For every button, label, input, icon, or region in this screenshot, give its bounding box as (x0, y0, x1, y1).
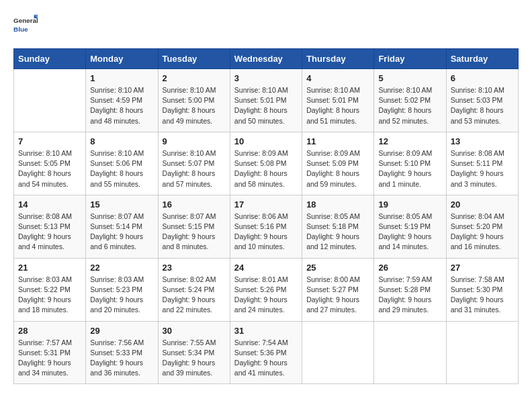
day-info: Sunrise: 8:06 AMSunset: 5:16 PMDaylight:… (234, 212, 298, 253)
calendar-cell: 15Sunrise: 8:07 AMSunset: 5:14 PMDayligh… (86, 195, 158, 258)
weekday-header-tuesday: Tuesday (158, 49, 230, 69)
day-number: 15 (90, 199, 153, 210)
day-info: Sunrise: 8:10 AMSunset: 5:07 PMDaylight:… (163, 148, 226, 189)
calendar-cell: 6Sunrise: 8:10 AMSunset: 5:03 PMDaylight… (446, 69, 518, 132)
day-number: 5 (378, 73, 441, 83)
week-row-3: 14Sunrise: 8:08 AMSunset: 5:13 PMDayligh… (14, 195, 519, 258)
calendar-cell: 2Sunrise: 8:10 AMSunset: 5:00 PMDaylight… (158, 69, 230, 132)
weekday-header-row: SundayMondayTuesdayWednesdayThursdayFrid… (14, 49, 519, 69)
day-number: 19 (378, 199, 441, 210)
calendar-cell: 19Sunrise: 8:05 AMSunset: 5:19 PMDayligh… (374, 195, 446, 258)
calendar-cell: 17Sunrise: 8:06 AMSunset: 5:16 PMDayligh… (230, 195, 302, 258)
day-number: 30 (163, 326, 226, 336)
day-info: Sunrise: 7:58 AMSunset: 5:30 PMDaylight:… (451, 275, 514, 316)
day-info: Sunrise: 8:09 AMSunset: 5:08 PMDaylight:… (234, 148, 298, 189)
calendar-cell: 8Sunrise: 8:10 AMSunset: 5:06 PMDaylight… (86, 132, 158, 195)
day-info: Sunrise: 8:05 AMSunset: 5:19 PMDaylight:… (378, 212, 441, 253)
day-number: 4 (306, 73, 369, 83)
day-number: 24 (234, 263, 298, 273)
weekday-header-saturday: Saturday (446, 49, 518, 69)
day-info: Sunrise: 8:03 AMSunset: 5:22 PMDaylight:… (18, 275, 81, 316)
calendar-cell: 12Sunrise: 8:09 AMSunset: 5:10 PMDayligh… (374, 132, 446, 195)
calendar-cell: 11Sunrise: 8:09 AMSunset: 5:09 PMDayligh… (302, 132, 374, 195)
day-number: 26 (378, 263, 441, 273)
week-row-2: 7Sunrise: 8:10 AMSunset: 5:05 PMDaylight… (14, 132, 519, 195)
calendar-cell: 18Sunrise: 8:05 AMSunset: 5:18 PMDayligh… (302, 195, 374, 258)
day-number: 22 (90, 263, 153, 273)
calendar-cell: 24Sunrise: 8:01 AMSunset: 5:26 PMDayligh… (230, 258, 302, 321)
calendar-cell: 30Sunrise: 7:55 AMSunset: 5:34 PMDayligh… (158, 321, 230, 384)
day-info: Sunrise: 8:10 AMSunset: 5:03 PMDaylight:… (451, 85, 514, 126)
week-row-1: 1Sunrise: 8:10 AMSunset: 4:59 PMDaylight… (14, 69, 519, 132)
day-number: 23 (163, 263, 226, 273)
day-number: 25 (306, 263, 369, 273)
day-number: 31 (234, 326, 298, 336)
calendar-cell: 31Sunrise: 7:54 AMSunset: 5:36 PMDayligh… (230, 321, 302, 384)
svg-text:Blue: Blue (13, 26, 28, 33)
week-row-4: 21Sunrise: 8:03 AMSunset: 5:22 PMDayligh… (14, 258, 519, 321)
day-info: Sunrise: 8:04 AMSunset: 5:20 PMDaylight:… (451, 212, 514, 253)
calendar-cell: 23Sunrise: 8:02 AMSunset: 5:24 PMDayligh… (158, 258, 230, 321)
day-info: Sunrise: 8:10 AMSunset: 5:02 PMDaylight:… (378, 85, 441, 126)
day-number: 18 (306, 199, 369, 210)
day-info: Sunrise: 8:01 AMSunset: 5:26 PMDaylight:… (234, 275, 298, 316)
calendar-table: SundayMondayTuesdayWednesdayThursdayFrid… (13, 48, 519, 384)
day-info: Sunrise: 8:00 AMSunset: 5:27 PMDaylight:… (306, 275, 369, 316)
calendar-cell: 26Sunrise: 7:59 AMSunset: 5:28 PMDayligh… (374, 258, 446, 321)
calendar-cell: 25Sunrise: 8:00 AMSunset: 5:27 PMDayligh… (302, 258, 374, 321)
week-row-5: 28Sunrise: 7:57 AMSunset: 5:31 PMDayligh… (14, 321, 519, 384)
calendar-cell: 16Sunrise: 8:07 AMSunset: 5:15 PMDayligh… (158, 195, 230, 258)
day-info: Sunrise: 8:10 AMSunset: 5:06 PMDaylight:… (90, 148, 153, 189)
day-info: Sunrise: 8:03 AMSunset: 5:23 PMDaylight:… (90, 275, 153, 316)
day-info: Sunrise: 7:54 AMSunset: 5:36 PMDaylight:… (234, 338, 298, 379)
weekday-header-friday: Friday (374, 49, 446, 69)
calendar-cell (302, 321, 374, 384)
calendar-cell: 28Sunrise: 7:57 AMSunset: 5:31 PMDayligh… (14, 321, 86, 384)
day-info: Sunrise: 7:57 AMSunset: 5:31 PMDaylight:… (18, 338, 81, 379)
day-number: 17 (234, 199, 298, 210)
day-info: Sunrise: 8:05 AMSunset: 5:18 PMDaylight:… (306, 212, 369, 253)
calendar-cell (14, 69, 86, 132)
calendar-cell: 3Sunrise: 8:10 AMSunset: 5:01 PMDaylight… (230, 69, 302, 132)
calendar-cell: 27Sunrise: 7:58 AMSunset: 5:30 PMDayligh… (446, 258, 518, 321)
weekday-header-thursday: Thursday (302, 49, 374, 69)
calendar-cell: 14Sunrise: 8:08 AMSunset: 5:13 PMDayligh… (14, 195, 86, 258)
day-number: 3 (234, 73, 298, 83)
day-number: 13 (451, 136, 514, 146)
day-info: Sunrise: 8:08 AMSunset: 5:13 PMDaylight:… (18, 212, 81, 253)
day-info: Sunrise: 8:10 AMSunset: 4:59 PMDaylight:… (90, 85, 153, 126)
logo: General Blue (13, 13, 38, 38)
day-info: Sunrise: 8:09 AMSunset: 5:09 PMDaylight:… (306, 148, 369, 189)
calendar-cell: 10Sunrise: 8:09 AMSunset: 5:08 PMDayligh… (230, 132, 302, 195)
calendar-cell: 9Sunrise: 8:10 AMSunset: 5:07 PMDaylight… (158, 132, 230, 195)
day-number: 7 (18, 136, 81, 146)
calendar-cell: 7Sunrise: 8:10 AMSunset: 5:05 PMDaylight… (14, 132, 86, 195)
day-info: Sunrise: 8:10 AMSunset: 5:01 PMDaylight:… (306, 85, 369, 126)
calendar-cell: 29Sunrise: 7:56 AMSunset: 5:33 PMDayligh… (86, 321, 158, 384)
day-info: Sunrise: 8:02 AMSunset: 5:24 PMDaylight:… (163, 275, 226, 316)
day-number: 20 (451, 199, 514, 210)
day-info: Sunrise: 7:55 AMSunset: 5:34 PMDaylight:… (163, 338, 226, 379)
logo-icon: General Blue (13, 13, 38, 38)
day-info: Sunrise: 8:10 AMSunset: 5:00 PMDaylight:… (163, 85, 226, 126)
day-number: 29 (90, 326, 153, 336)
calendar-cell: 5Sunrise: 8:10 AMSunset: 5:02 PMDaylight… (374, 69, 446, 132)
day-info: Sunrise: 8:08 AMSunset: 5:11 PMDaylight:… (451, 148, 514, 189)
day-number: 12 (378, 136, 441, 146)
day-number: 8 (90, 136, 153, 146)
calendar-cell (374, 321, 446, 384)
day-info: Sunrise: 8:09 AMSunset: 5:10 PMDaylight:… (378, 148, 441, 189)
calendar-cell: 4Sunrise: 8:10 AMSunset: 5:01 PMDaylight… (302, 69, 374, 132)
day-info: Sunrise: 8:10 AMSunset: 5:01 PMDaylight:… (234, 85, 298, 126)
day-number: 28 (18, 326, 81, 336)
calendar-cell: 22Sunrise: 8:03 AMSunset: 5:23 PMDayligh… (86, 258, 158, 321)
page-header: General Blue (13, 13, 519, 38)
day-number: 2 (163, 73, 226, 83)
day-number: 21 (18, 263, 81, 273)
day-number: 1 (90, 73, 153, 83)
day-info: Sunrise: 8:07 AMSunset: 5:15 PMDaylight:… (163, 212, 226, 253)
day-info: Sunrise: 7:59 AMSunset: 5:28 PMDaylight:… (378, 275, 441, 316)
day-number: 14 (18, 199, 81, 210)
day-number: 9 (163, 136, 226, 146)
weekday-header-wednesday: Wednesday (230, 49, 302, 69)
